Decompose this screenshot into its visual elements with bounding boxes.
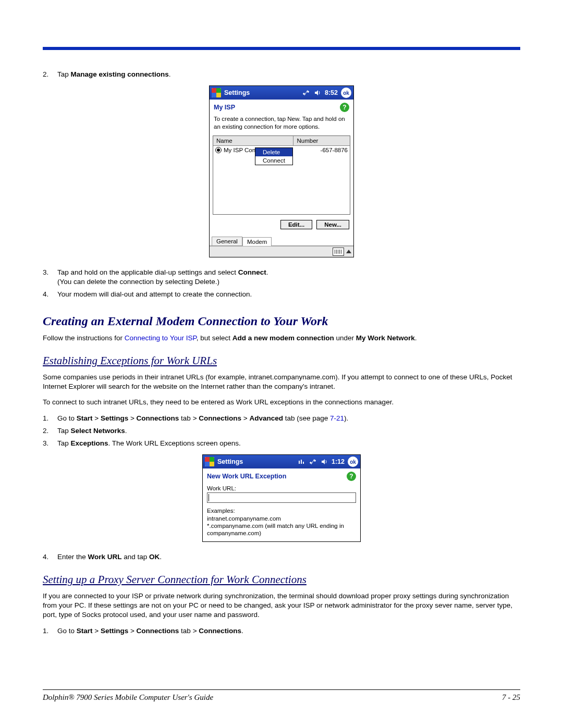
footer-rule xyxy=(43,689,520,690)
para: To connect to such intranet URLs, they n… xyxy=(43,398,520,407)
ok-button[interactable]: ok xyxy=(341,88,351,98)
step-1c: 1. Go to Start > Settings > Connections … xyxy=(43,626,520,636)
subsection-title-work-urls: Establishing Exceptions for Work URLs xyxy=(43,354,520,367)
link-connecting-isp[interactable]: Connecting to Your ISP xyxy=(125,334,197,342)
menu-item-delete[interactable]: Delete xyxy=(255,148,292,156)
screenshot-settings-myisp: Settings 8:52 ok My ISP ? To create a co… xyxy=(209,85,354,257)
para: If you are connected to your ISP or priv… xyxy=(43,591,520,620)
example-line-1: intranet.companyname.com xyxy=(207,515,356,522)
clock-text: 8:52 xyxy=(325,89,338,96)
help-icon[interactable]: ? xyxy=(340,103,349,112)
list-number: 1. xyxy=(43,414,52,423)
sync-icon xyxy=(297,458,305,466)
header-rule xyxy=(43,47,520,50)
text-cursor-icon xyxy=(209,494,209,501)
step-2: 2. Tap Manage existing connections. xyxy=(43,70,520,79)
list-number: 2. xyxy=(43,426,52,436)
connectivity-icon xyxy=(302,89,310,97)
edit-button[interactable]: Edit... xyxy=(280,220,312,229)
new-button[interactable]: New... xyxy=(316,220,349,229)
app-title: New Work URL Exception xyxy=(207,473,286,480)
list-number: 3. xyxy=(43,268,52,287)
windows-flag-icon xyxy=(212,88,221,97)
step-text: Go to Start > Settings > Connections tab… xyxy=(57,414,348,423)
step-text: Enter the Work URL and tap OK. xyxy=(57,552,162,562)
list-number: 3. xyxy=(43,439,52,448)
radio-selected-icon xyxy=(215,147,222,153)
button-row: Edit... New... xyxy=(210,215,353,237)
step-text: Go to Start > Settings > Connections tab… xyxy=(57,626,243,636)
speaker-icon xyxy=(320,458,328,466)
screenshot-work-url-exception: Settings 1:12 ok New Work URL Exception … xyxy=(202,454,361,542)
subsection-title-proxy: Setting up a Proxy Server Connection for… xyxy=(43,573,520,586)
step-text: Tap and hold on the applicable dial-up s… xyxy=(57,268,268,287)
step-text: Tap Select Networks. xyxy=(57,426,127,436)
list-number: 2. xyxy=(43,70,52,79)
ok-button[interactable]: ok xyxy=(348,456,358,467)
grid-header: Name Number xyxy=(213,136,350,146)
menu-item-connect[interactable]: Connect xyxy=(255,156,292,165)
section-para: Follow the instructions for Connecting t… xyxy=(43,334,520,343)
tab-row: General Modem xyxy=(210,237,353,246)
connections-grid: Name Number My ISP Con -657-8876 Delete … xyxy=(213,135,350,215)
step-4b: 4. Enter the Work URL and tap OK. xyxy=(43,552,520,562)
step-3b: 3. Tap Exceptions. The Work URL Exceptio… xyxy=(43,439,520,448)
page-footer: Dolphin® 7900 Series Mobile Computer Use… xyxy=(43,689,520,702)
title-bar: Settings 1:12 ok xyxy=(203,455,360,468)
tab-modem[interactable]: Modem xyxy=(242,237,272,246)
title-bar: Settings 8:52 ok xyxy=(210,86,353,100)
connectivity-icon xyxy=(309,458,317,466)
step-4: 4. Your modem will dial-out and attempt … xyxy=(43,290,520,299)
footer-title: Dolphin® 7900 Series Mobile Computer Use… xyxy=(43,693,213,702)
list-number: 4. xyxy=(43,290,52,299)
example-line-2: *.companyname.com (will match any URL en… xyxy=(207,522,356,537)
keyboard-icon[interactable] xyxy=(333,248,344,256)
row-number: -657-8876 xyxy=(321,147,348,153)
step-3: 3. Tap and hold on the applicable dial-u… xyxy=(43,268,520,287)
work-url-label: Work URL: xyxy=(203,482,360,492)
sip-bar xyxy=(210,246,353,257)
up-arrow-icon[interactable] xyxy=(346,250,351,253)
examples-header: Examples: xyxy=(207,507,356,514)
step-text: Tap Exceptions. The Work URL Exceptions … xyxy=(57,439,241,448)
list-number: 1. xyxy=(43,626,52,636)
work-url-input[interactable] xyxy=(207,492,356,503)
list-number: 4. xyxy=(43,552,52,562)
app-title-row: New Work URL Exception ? xyxy=(203,468,360,482)
row-name: My ISP Con xyxy=(224,147,255,153)
instruction-text: To create a connection, tap New. Tap and… xyxy=(210,113,353,135)
link-page-7-21[interactable]: 7-21 xyxy=(330,414,344,422)
app-title-row: My ISP ? xyxy=(210,100,353,113)
step-subtext: (You can delete the connection by select… xyxy=(57,277,268,287)
tab-general[interactable]: General xyxy=(212,237,242,245)
step-text: Tap Manage existing connections. xyxy=(57,70,171,79)
speaker-icon xyxy=(313,89,322,97)
context-menu: Delete Connect xyxy=(255,147,293,165)
app-title: My ISP xyxy=(214,104,235,111)
titlebar-title: Settings xyxy=(224,89,250,96)
page: 2. Tap Manage existing connections. Sett… xyxy=(0,0,563,728)
titlebar-title: Settings xyxy=(217,458,243,465)
section-title-external-modem: Creating an External Modem Connection to… xyxy=(43,314,520,328)
para: Some companies use periods in their intr… xyxy=(43,373,520,391)
clock-text: 1:12 xyxy=(332,458,345,465)
col-number-header: Number xyxy=(293,136,350,145)
windows-flag-icon xyxy=(205,457,214,466)
help-icon[interactable]: ? xyxy=(347,472,356,481)
page-number: 7 - 25 xyxy=(502,693,520,702)
step-2b: 2. Tap Select Networks. xyxy=(43,426,520,436)
col-name-header: Name xyxy=(213,136,293,145)
step-1: 1. Go to Start > Settings > Connections … xyxy=(43,414,520,423)
step-text: Your modem will dial-out and attempt to … xyxy=(57,290,252,299)
examples-block: Examples: intranet.companyname.com *.com… xyxy=(203,506,360,541)
